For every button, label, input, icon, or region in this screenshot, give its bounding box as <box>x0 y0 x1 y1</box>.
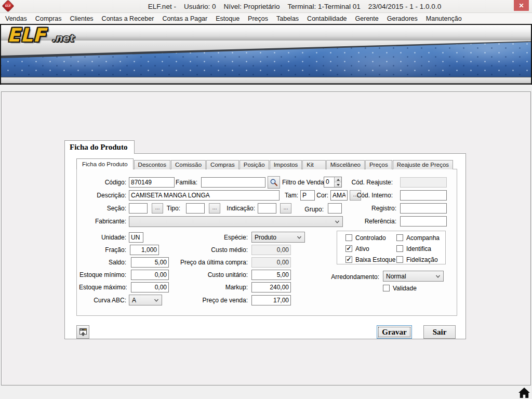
spinner-down-button[interactable] <box>335 182 341 187</box>
tipo-browse-button[interactable]: ... <box>209 203 220 214</box>
menu-precos[interactable]: Preços <box>244 15 272 22</box>
referencia-input[interactable] <box>400 216 447 227</box>
tipo-label: Tipo: <box>155 203 180 214</box>
markup-label: Markup: <box>170 282 248 292</box>
curva-abc-value: A <box>132 297 136 304</box>
familia-input[interactable] <box>201 177 265 188</box>
custo-unitario-input[interactable] <box>251 270 291 280</box>
menu-tabelas[interactable]: Tabelas <box>272 15 303 22</box>
elf-logo-main: ELF <box>7 26 46 45</box>
menu-bar: Vendas Compras Clientes Contas a Receber… <box>0 13 532 24</box>
arredondamento-select[interactable]: Normal <box>383 271 444 282</box>
menu-geradores[interactable]: Geradores <box>383 15 422 22</box>
curva-abc-select[interactable]: A <box>129 295 162 305</box>
title-level: Nível: Proprietário <box>223 3 280 10</box>
title-date-version: 23/04/2015 - 1 - 1.0.0.0 <box>368 3 441 10</box>
saldo-label: Saldo: <box>79 257 126 268</box>
secao-input[interactable] <box>129 203 148 214</box>
identifica-checkbox[interactable] <box>396 245 403 252</box>
tab-reajuste-de-precos[interactable]: Reajuste de Preços <box>393 160 453 169</box>
home-button[interactable] <box>518 388 530 398</box>
filtro-de-venda-value: 0 <box>324 177 334 187</box>
menu-clientes[interactable]: Clientes <box>65 15 97 22</box>
gravar-button[interactable]: Gravar <box>377 325 412 339</box>
estoque-minimo-input[interactable] <box>131 270 169 280</box>
preco-ultima-compra-label: Preço da última compra: <box>170 257 248 268</box>
tab-descontos[interactable]: Descontos <box>134 160 170 169</box>
spinner-up-icon <box>337 179 340 181</box>
tam-input[interactable] <box>300 190 315 201</box>
menu-contas-a-pagar[interactable]: Contas a Pagar <box>158 15 211 22</box>
tab-posicao[interactable]: Posição <box>240 160 269 169</box>
saldo-input[interactable] <box>131 257 169 268</box>
filtro-de-venda-spinner[interactable]: 0 <box>324 177 342 188</box>
sair-button[interactable]: Sair <box>423 325 456 339</box>
chevron-down-icon <box>435 274 441 279</box>
menu-estoque[interactable]: Estoque <box>211 15 244 22</box>
banner-bottom-edge <box>1 83 531 85</box>
cod-interno-input[interactable] <box>400 190 447 201</box>
home-icon <box>518 388 530 398</box>
close-button[interactable]: ✕ <box>514 0 529 11</box>
markup-input[interactable] <box>251 282 291 292</box>
cod-reajuste-label: Cód. Reajuste: <box>347 177 393 188</box>
tab-miscelaneo[interactable]: Miscelâneo <box>326 160 365 169</box>
chevron-down-icon <box>335 219 340 224</box>
tab-precos[interactable]: Preços <box>365 160 392 169</box>
descricao-input[interactable] <box>129 190 280 201</box>
estoque-maximo-input[interactable] <box>131 282 169 292</box>
tab-page-ficha: Código: Familia: Filtro de Venda: 0 Cód.… <box>76 169 457 316</box>
ativo-checkbox[interactable]: ✓ <box>345 245 352 252</box>
search-icon <box>270 178 278 187</box>
custo-medio-label: Custo médio: <box>170 245 248 255</box>
unidade-input[interactable] <box>129 232 143 243</box>
especie-select[interactable]: Produto <box>251 232 305 243</box>
title-app: ELF.net - <box>148 3 176 10</box>
unidade-label: Unidade: <box>79 232 126 243</box>
fabricante-select[interactable] <box>129 216 343 227</box>
form-title: Ficha do Produto <box>70 143 127 151</box>
tab-kit[interactable]: Kit <box>302 160 325 169</box>
preco-de-venda-input[interactable] <box>251 295 291 305</box>
tab-impostos[interactable]: Impostos <box>270 160 302 169</box>
elf-logo-suffix: .net <box>51 31 74 45</box>
close-icon: ✕ <box>518 2 524 9</box>
fidelizacao-checkbox[interactable] <box>396 256 403 263</box>
indicacao-browse-button[interactable]: ... <box>280 203 291 214</box>
preco-ultima-compra-input <box>251 257 291 268</box>
product-form: Ficha do Produto Descontos Comissão Comp… <box>64 153 466 339</box>
title-bar: ELF ELF.net - Usuário: 0 Nível: Propriet… <box>0 0 532 13</box>
export-form-button[interactable] <box>76 325 89 339</box>
baixa-estoque-checkbox[interactable]: ✓ <box>345 256 352 263</box>
menu-vendas[interactable]: Vendas <box>1 15 31 22</box>
tab-compras[interactable]: Compras <box>206 160 239 169</box>
spinner-up-button[interactable] <box>335 177 341 182</box>
cor-input[interactable] <box>330 190 348 201</box>
tab-comissao[interactable]: Comissão <box>171 160 206 169</box>
registro-label: Registro: <box>360 203 396 214</box>
controlado-label: Controlado <box>355 234 386 242</box>
validade-checkbox[interactable] <box>383 285 390 291</box>
fabricante-label: Fabricante: <box>79 216 126 227</box>
tipo-input[interactable] <box>186 203 205 214</box>
acompanha-checkbox[interactable] <box>396 234 403 241</box>
fracao-label: Fração: <box>79 245 126 255</box>
banner-bottom-strip <box>1 77 531 83</box>
fracao-input[interactable] <box>130 245 159 255</box>
custo-unitario-label: Custo unitário: <box>170 270 248 280</box>
menu-compras[interactable]: Compras <box>31 15 66 22</box>
acompanha-label: Acompanha <box>406 234 440 242</box>
menu-manutencao[interactable]: Manutenção <box>422 15 466 22</box>
codigo-label: Código: <box>79 177 126 188</box>
menu-gerente[interactable]: Gerente <box>351 15 383 22</box>
menu-contas-a-receber[interactable]: Contas a Receber <box>98 15 158 22</box>
especie-label: Espécie: <box>170 232 248 243</box>
title-user: Usuário: 0 <box>184 3 216 10</box>
indicacao-input[interactable] <box>258 203 276 214</box>
tab-ficha-do-produto[interactable]: Ficha do Produto <box>76 158 134 169</box>
grupo-input[interactable] <box>328 203 342 214</box>
registro-input[interactable] <box>400 203 447 214</box>
familia-search-button[interactable] <box>268 176 280 189</box>
controlado-checkbox[interactable] <box>345 234 352 241</box>
menu-contabilidade[interactable]: Contabilidade <box>303 15 351 22</box>
